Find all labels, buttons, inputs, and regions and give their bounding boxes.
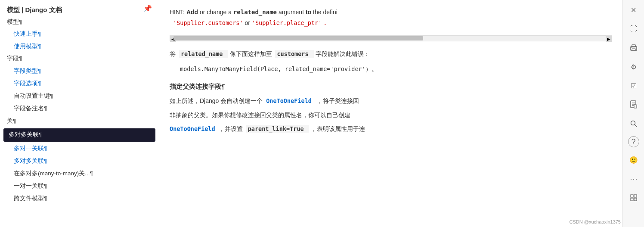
hint-box: HINT: Add or change a related_name argum… bbox=[170, 5, 612, 30]
content1-code2: customers bbox=[275, 50, 313, 58]
code-block-1: models.ManyToManyField(Place, related_na… bbox=[170, 62, 612, 76]
sidebar-item[interactable]: 字段类型¶ bbox=[0, 65, 159, 78]
close-icon[interactable]: ✕ bbox=[627, 3, 640, 16]
hint-or1: or bbox=[200, 9, 207, 16]
content2-line2: 非抽象的父类。如果你想修改连接回父类的属性名，你可以自己创建 bbox=[170, 112, 350, 118]
svg-rect-11 bbox=[631, 195, 633, 197]
hint-red2: 'Supplier.place_ptr' bbox=[252, 19, 322, 26]
sidebar-section-label: 模型¶ bbox=[0, 16, 159, 28]
hint-to: to bbox=[306, 9, 311, 16]
sidebar-item[interactable]: 自动设置主键¶ bbox=[0, 90, 159, 103]
content1-prefix: 将 bbox=[170, 50, 176, 57]
svg-rect-13 bbox=[631, 198, 633, 201]
sidebar-item[interactable]: 多对一关联¶ bbox=[0, 143, 159, 155]
content2-link2: OneToOneField bbox=[170, 125, 219, 132]
sidebar-item[interactable]: 使用模型¶ bbox=[0, 40, 159, 53]
svg-rect-14 bbox=[634, 198, 637, 201]
search-icon[interactable] bbox=[627, 117, 640, 130]
sidebar-item[interactable]: 跨文件模型¶ bbox=[0, 193, 159, 205]
hint-red1: 'Supplier.customers' bbox=[170, 19, 243, 26]
hint-the: the bbox=[313, 9, 321, 16]
svg-rect-12 bbox=[634, 195, 637, 197]
content2-line3-pre: ，并设置 bbox=[219, 125, 243, 132]
pin-icon[interactable]: 📌 bbox=[143, 4, 152, 12]
hint-argument: argument bbox=[279, 9, 306, 16]
sidebar-item[interactable]: 字段备注名¶ bbox=[0, 103, 159, 115]
content2-link1: OneToOneField bbox=[266, 97, 315, 104]
hint-prefix: HINT: bbox=[170, 9, 185, 16]
sidebar-item[interactable]: 快速上手¶ bbox=[0, 28, 159, 40]
sidebar-item[interactable]: 字段选项¶ bbox=[0, 78, 159, 90]
csdn-watermark: CSDN @xuchaoxin1375 bbox=[570, 219, 621, 224]
svg-point-3 bbox=[631, 47, 632, 48]
settings-icon[interactable]: ⚙ bbox=[627, 60, 640, 73]
content-section-1: 将 related_name 像下面这样加至 customers 字段能解决此错… bbox=[170, 48, 612, 76]
sidebar-item[interactable]: 在多对多(many-to-many)关...¶ bbox=[0, 168, 159, 180]
face-icon[interactable]: 🙂 bbox=[627, 153, 640, 166]
content1-suffix: 字段能解决此错误： bbox=[316, 50, 370, 57]
document-icon[interactable] bbox=[627, 98, 640, 111]
content1-middle: 像下面这样加至 bbox=[230, 50, 272, 57]
horizontal-scrollbar[interactable]: ◀ ▶ bbox=[170, 35, 612, 41]
svg-rect-2 bbox=[632, 49, 635, 50]
content2-line1-end: ，将子类连接回 bbox=[317, 97, 359, 104]
hint-defini: defini bbox=[323, 9, 337, 16]
content-text-2b: 非抽象的父类。如果你想修改连接回父类的属性名，你可以自己创建 bbox=[170, 109, 612, 121]
svg-rect-1 bbox=[632, 45, 635, 47]
content2-code3: parent_link=True bbox=[246, 125, 309, 133]
right-toolbar: ✕ ⛶ ⚙ ☑ ? 🙂 ⋯ bbox=[622, 0, 644, 227]
print-icon[interactable] bbox=[627, 41, 640, 54]
svg-rect-8 bbox=[634, 105, 637, 108]
scrollbar-thumb[interactable] bbox=[173, 36, 423, 40]
expand-icon[interactable]: ⛶ bbox=[627, 22, 640, 35]
help-icon[interactable]: ? bbox=[628, 136, 639, 147]
hint-or2: or bbox=[245, 19, 251, 26]
content-section-2: 如上所述，Django 会自动创建一个 OneToOneField ，将子类连接… bbox=[170, 95, 612, 135]
chat-icon[interactable]: ⋯ bbox=[627, 172, 640, 185]
hint-line-1: HINT: Add or change a related_name argum… bbox=[170, 7, 612, 18]
content-text-1: 将 related_name 像下面这样加至 customers 字段能解决此错… bbox=[170, 48, 612, 60]
grid-icon[interactable] bbox=[627, 191, 640, 204]
sidebar-nav: 快速上手¶使用模型¶字段¶字段类型¶字段选项¶自动设置主键¶字段备注名¶关¶多对… bbox=[0, 28, 159, 205]
check-icon[interactable]: ☑ bbox=[627, 79, 640, 92]
content1-code: related_name bbox=[179, 50, 228, 58]
content-text-2a: 如上所述，Django 会自动创建一个 OneToOneField ，将子类连接… bbox=[170, 95, 612, 107]
section-heading: 指定父类连接字段¶ bbox=[170, 83, 612, 91]
sidebar-item[interactable]: 多对多关联¶ bbox=[0, 155, 159, 168]
hint-line-2: 'Supplier.customers' or 'Supplier.place_… bbox=[170, 18, 612, 28]
sidebar-item[interactable]: 多对多关联¶ bbox=[3, 128, 155, 142]
svg-line-10 bbox=[635, 125, 637, 127]
hint-related-name: related_name bbox=[233, 9, 277, 16]
sidebar-item[interactable]: 关¶ bbox=[0, 115, 159, 127]
sidebar-title: 模型 | Django 文档 bbox=[0, 3, 159, 16]
hint-dot: . bbox=[323, 19, 327, 26]
hint-add: Add bbox=[186, 9, 200, 16]
main-content: HINT: Add or change a related_name argum… bbox=[159, 0, 622, 227]
sidebar-item[interactable]: 一对一关联¶ bbox=[0, 180, 159, 193]
content-text-2c: OneToOneField ，并设置 parent_link=True ，表明该… bbox=[170, 123, 612, 135]
sidebar: 📌 模型 | Django 文档 模型¶ 快速上手¶使用模型¶字段¶字段类型¶字… bbox=[0, 0, 159, 227]
content2-line1: 如上所述，Django 会自动创建一个 bbox=[170, 97, 263, 104]
sidebar-item[interactable]: 字段¶ bbox=[0, 53, 159, 65]
content2-line3-end: ，表明该属性用于连 bbox=[311, 125, 365, 132]
hint-change: change a bbox=[207, 9, 233, 16]
scroll-right-arrow[interactable]: ▶ bbox=[606, 36, 612, 42]
